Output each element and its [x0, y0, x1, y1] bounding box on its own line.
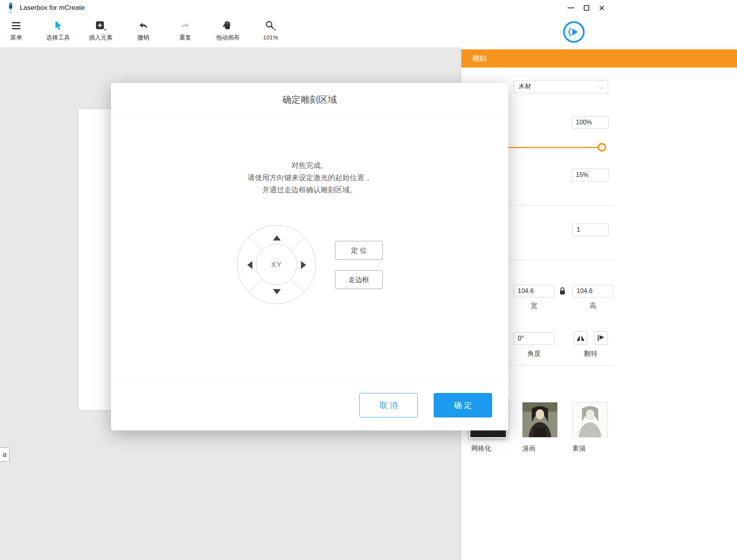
confirm-button[interactable]: 确 定 — [434, 393, 492, 417]
undo-button[interactable]: 撤销 — [137, 19, 149, 41]
flip-vertical-button[interactable] — [594, 331, 608, 345]
power-slider-handle[interactable] — [598, 143, 606, 152]
style-label-comic: 漫画 — [522, 444, 536, 453]
app-window: Laserbox for mCreate × 菜单 — [0, 0, 737, 560]
dialog-message-line: 并通过走边框确认雕刻区域。 — [111, 184, 508, 196]
trace-frame-button[interactable]: 走边框 — [335, 270, 383, 289]
insert-element-icon — [95, 19, 107, 32]
titlebar: Laserbox for mCreate × — [0, 0, 737, 16]
dpad-down-button[interactable] — [265, 283, 289, 300]
menu-icon — [11, 19, 21, 32]
dpad-left-button[interactable] — [241, 256, 258, 274]
chevron-down-icon — [599, 85, 603, 89]
height-label: 高 — [572, 301, 613, 310]
undo-icon — [138, 19, 149, 32]
angle-label: 角度 — [513, 349, 555, 358]
tab-engrave[interactable]: 雕刻 — [461, 49, 737, 68]
flip-label: 翻转 — [574, 349, 608, 358]
comic-portrait-image — [523, 402, 557, 437]
style-thumb-sketch[interactable] — [572, 402, 608, 438]
width-input[interactable] — [513, 285, 555, 297]
select-tool-button[interactable]: 选择工具 — [46, 19, 70, 41]
style-thumb-comic[interactable] — [522, 402, 558, 438]
corner-fragment: a — [0, 447, 9, 462]
drag-canvas-button[interactable]: 拖动画布 — [216, 19, 240, 41]
locate-button[interactable]: 定 位 — [335, 241, 383, 260]
dialog-title: 确定雕刻区域 — [111, 83, 508, 117]
toolbar: 菜单 选择工具 插入元素 — [0, 16, 737, 48]
aspect-lock-icon[interactable] — [559, 286, 566, 296]
sketch-portrait-image — [573, 402, 607, 437]
menu-button[interactable]: 菜单 — [10, 19, 22, 41]
arrow-left-icon — [247, 261, 252, 269]
dialog-footer-divider — [111, 381, 508, 381]
arrow-right-icon — [301, 261, 306, 269]
height-input[interactable] — [572, 285, 613, 297]
dialog-message-line: 请使用方向键来设定激光的起始位置， — [111, 171, 508, 184]
width-label: 宽 — [513, 301, 555, 310]
close-button[interactable]: × — [599, 3, 605, 13]
hand-icon — [222, 19, 233, 32]
app-logo-icon — [6, 2, 16, 14]
insert-element-button[interactable]: 插入元素 — [89, 19, 113, 41]
zoom-button[interactable]: 101% — [263, 19, 278, 41]
flip-horizontal-button[interactable] — [574, 331, 587, 345]
style-label-halftone: 网格化 — [471, 444, 491, 453]
redo-button[interactable]: 重复 — [179, 19, 191, 41]
material-select[interactable]: 木材 — [513, 80, 608, 93]
dpad: XY — [237, 225, 316, 304]
window-controls: × — [568, 0, 605, 16]
window-title: Laserbox for mCreate — [20, 4, 85, 12]
engrave-area-dialog: 确定雕刻区域 对焦完成。 请使用方向键来设定激光的起始位置， 并通过走边框确认雕… — [111, 83, 508, 430]
redo-icon — [180, 19, 190, 32]
dialog-message: 对焦完成。 请使用方向键来设定激光的起始位置， 并通过走边框确认雕刻区域。 — [111, 159, 508, 196]
style-label-sketch: 素描 — [572, 444, 586, 453]
power-input[interactable] — [572, 116, 609, 129]
flip-vertical-icon — [596, 334, 606, 342]
cursor-icon — [53, 19, 63, 32]
arrow-down-icon — [273, 289, 281, 294]
dpad-center-label: XY — [256, 244, 297, 285]
minimize-button[interactable] — [568, 8, 574, 8]
dpad-up-button[interactable] — [265, 229, 289, 246]
dpad-right-button[interactable] — [295, 256, 312, 274]
zoom-icon — [265, 19, 276, 32]
dialog-message-line: 对焦完成。 — [111, 159, 508, 171]
material-select-value: 木材 — [519, 83, 531, 91]
passes-input[interactable] — [572, 224, 609, 236]
run-job-button[interactable] — [563, 21, 585, 43]
flip-horizontal-icon — [576, 334, 585, 342]
play-icon — [563, 21, 585, 43]
cancel-button[interactable]: 取 消 — [359, 393, 418, 417]
arrow-up-icon — [273, 235, 281, 241]
angle-input[interactable] — [513, 332, 555, 345]
depth-input[interactable] — [572, 169, 609, 181]
maximize-button[interactable] — [584, 5, 589, 11]
